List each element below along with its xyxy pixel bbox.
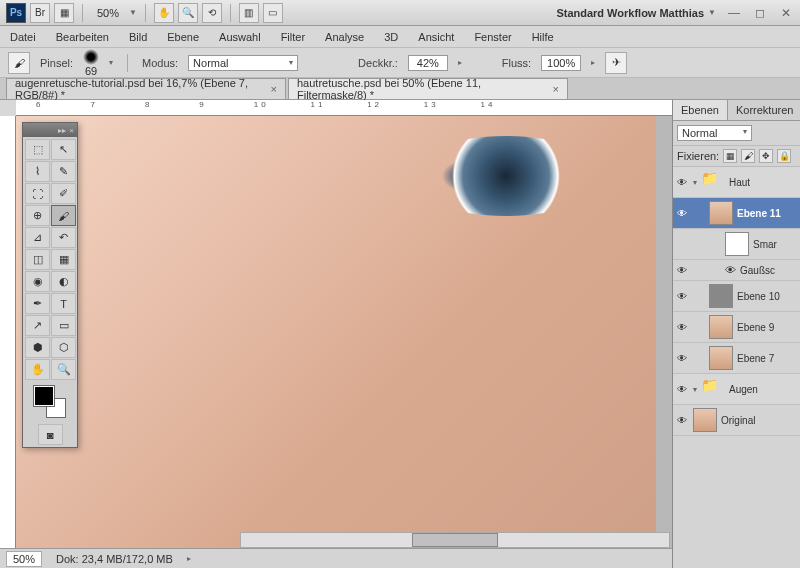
flow-slider-icon[interactable]: ▸ <box>591 58 595 67</box>
zoom-dropdown-icon[interactable]: ▼ <box>129 8 137 17</box>
gradient-tool[interactable]: ▦ <box>51 249 76 270</box>
layer-row[interactable]: Smar <box>673 229 800 260</box>
visibility-toggle[interactable]: 👁 <box>675 175 689 189</box>
lock-transparency-icon[interactable]: ▦ <box>723 149 737 163</box>
workspace-switcher[interactable]: Standard Workflow Matthias <box>556 7 704 19</box>
layer-thumbnail[interactable] <box>709 346 733 370</box>
3d-tool[interactable]: ⬢ <box>25 337 50 358</box>
bridge-icon[interactable]: Br <box>30 3 50 23</box>
chevron-down-icon[interactable]: ▼ <box>708 8 716 17</box>
pen-tool[interactable]: ✒ <box>25 293 50 314</box>
layer-name[interactable]: Gaußsc <box>740 265 775 276</box>
visibility-toggle[interactable]: 👁 <box>675 320 689 334</box>
layer-thumbnail[interactable] <box>709 201 733 225</box>
opacity-slider-icon[interactable]: ▸ <box>458 58 462 67</box>
visibility-toggle[interactable]: 👁 <box>675 413 689 427</box>
eraser-tool[interactable]: ◫ <box>25 249 50 270</box>
dodge-tool[interactable]: ◐ <box>51 271 76 292</box>
hand-tool[interactable]: ✋ <box>25 359 50 380</box>
shape-tool[interactable]: ▭ <box>51 315 76 336</box>
menu-datei[interactable]: Datei <box>8 29 38 45</box>
layer-thumbnail[interactable] <box>709 284 733 308</box>
eyedropper-tool[interactable]: ✐ <box>51 183 76 204</box>
menu-bild[interactable]: Bild <box>127 29 149 45</box>
history-icon[interactable]: ▦ <box>54 3 74 23</box>
visibility-toggle[interactable]: 👁 <box>675 289 689 303</box>
layer-row[interactable]: 👁Original <box>673 405 800 436</box>
crop-tool[interactable]: ⛶ <box>25 183 50 204</box>
path-select-tool[interactable]: ↗ <box>25 315 50 336</box>
menu-analyse[interactable]: Analyse <box>323 29 366 45</box>
arrange-docs-icon[interactable]: ▥ <box>239 3 259 23</box>
layer-row[interactable]: 👁Ebene 9 <box>673 312 800 343</box>
status-menu-icon[interactable]: ▸ <box>187 554 191 563</box>
flow-field[interactable]: 100% <box>541 55 581 71</box>
brush-picker-icon[interactable]: ▾ <box>109 58 113 67</box>
layer-thumbnail[interactable] <box>709 315 733 339</box>
brush-tool-preset-icon[interactable]: 🖌 <box>8 52 30 74</box>
healing-tool[interactable]: ⊕ <box>25 205 50 226</box>
menu-hilfe[interactable]: Hilfe <box>530 29 556 45</box>
ruler-vertical[interactable] <box>0 116 16 568</box>
visibility-toggle[interactable]: 👁 <box>675 351 689 365</box>
minimize-button[interactable]: — <box>726 5 742 21</box>
blend-mode-select[interactable]: Normal▾ <box>188 55 298 71</box>
brush-preview[interactable]: 69 <box>83 49 99 77</box>
document-tab-1[interactable]: augenretusche-tutorial.psd bei 16,7% (Eb… <box>6 78 286 99</box>
zoom-tool[interactable]: 🔍 <box>51 359 76 380</box>
blur-tool[interactable]: ◉ <box>25 271 50 292</box>
menu-bearbeiten[interactable]: Bearbeiten <box>54 29 111 45</box>
tools-panel-header[interactable]: ▸▸× <box>23 123 77 137</box>
color-swatches[interactable] <box>23 382 77 422</box>
menu-auswahl[interactable]: Auswahl <box>217 29 263 45</box>
menu-ansicht[interactable]: Ansicht <box>416 29 456 45</box>
marquee-tool[interactable]: ↖ <box>51 139 76 160</box>
tab-korrekturen[interactable]: Korrekturen <box>728 100 800 120</box>
opacity-field[interactable]: 42% <box>408 55 448 71</box>
group-disclosure-icon[interactable]: ▾ <box>693 178 697 187</box>
lasso-tool[interactable]: ⌇ <box>25 161 50 182</box>
layer-row[interactable]: 👁Ebene 7 <box>673 343 800 374</box>
scrollbar-thumb[interactable] <box>412 533 498 547</box>
group-disclosure-icon[interactable]: ▾ <box>693 385 697 394</box>
layer-row[interactable]: 👁▾📁Haut <box>673 167 800 198</box>
horizontal-scrollbar[interactable] <box>240 532 670 548</box>
hand-tool-icon[interactable]: ✋ <box>154 3 174 23</box>
menu-fenster[interactable]: Fenster <box>472 29 513 45</box>
layer-name[interactable]: Ebene 11 <box>737 208 781 219</box>
layer-name[interactable]: Haut <box>729 177 750 188</box>
zoom-display[interactable]: 50% <box>91 5 125 21</box>
type-tool[interactable]: T <box>51 293 76 314</box>
document-image[interactable] <box>16 116 656 556</box>
close-button[interactable]: ✕ <box>778 5 794 21</box>
quick-select-tool[interactable]: ✎ <box>51 161 76 182</box>
tab-close-icon[interactable]: × <box>553 83 559 95</box>
airbrush-icon[interactable]: ✈ <box>605 52 627 74</box>
layer-name[interactable]: Ebene 9 <box>737 322 774 333</box>
layer-row[interactable]: 👁Ebene 10 <box>673 281 800 312</box>
layer-row[interactable]: 👁👁Gaußsc <box>673 260 800 281</box>
layer-thumbnail[interactable] <box>693 408 717 432</box>
layer-name[interactable]: Ebene 10 <box>737 291 780 302</box>
foreground-color[interactable] <box>34 386 54 406</box>
lock-position-icon[interactable]: ✥ <box>759 149 773 163</box>
layer-name[interactable]: Smar <box>753 239 777 250</box>
visibility-toggle[interactable] <box>675 237 689 251</box>
status-zoom[interactable]: 50% <box>6 551 42 567</box>
move-tool[interactable]: ⬚ <box>25 139 50 160</box>
visibility-toggle[interactable]: 👁 <box>675 206 689 220</box>
lock-all-icon[interactable]: 🔒 <box>777 149 791 163</box>
lock-pixels-icon[interactable]: 🖌 <box>741 149 755 163</box>
visibility-toggle[interactable]: 👁 <box>675 382 689 396</box>
history-brush-tool[interactable]: ↶ <box>51 227 76 248</box>
stamp-tool[interactable]: ⊿ <box>25 227 50 248</box>
rotate-view-icon[interactable]: ⟲ <box>202 3 222 23</box>
layer-thumbnail[interactable] <box>725 232 749 256</box>
layer-blend-mode[interactable]: Normal▾ <box>677 125 752 141</box>
document-tab-2[interactable]: hautretusche.psd bei 50% (Ebene 11, Filt… <box>288 78 568 99</box>
maximize-button[interactable]: ◻ <box>752 5 768 21</box>
menu-ebene[interactable]: Ebene <box>165 29 201 45</box>
tab-close-icon[interactable]: × <box>271 83 277 95</box>
layer-row[interactable]: 👁Ebene 11 <box>673 198 800 229</box>
layer-name[interactable]: Original <box>721 415 755 426</box>
